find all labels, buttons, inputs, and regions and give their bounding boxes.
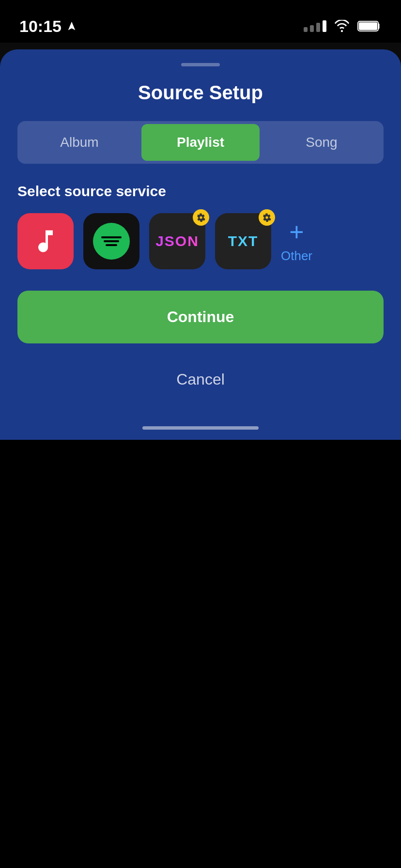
spotify-bar-2 (104, 240, 119, 242)
status-bar: 10:15 (0, 0, 401, 43)
tab-album[interactable]: Album (20, 124, 139, 161)
music-note-icon (31, 227, 60, 256)
other-label: Other (281, 248, 312, 264)
wifi-icon (333, 20, 351, 32)
home-bar (142, 426, 259, 430)
spotify-bars (101, 236, 122, 246)
spotify-bar-3 (106, 244, 117, 246)
json-settings-badge (193, 209, 209, 226)
segmented-control: Album Playlist Song (17, 121, 384, 164)
tab-song[interactable]: Song (262, 124, 381, 161)
service-txt[interactable]: TXT (215, 213, 271, 269)
sheet-title: Source Setup (17, 82, 384, 104)
service-spotify[interactable] (83, 213, 139, 269)
home-indicator (17, 416, 384, 440)
location-icon (66, 21, 77, 31)
spotify-logo (93, 223, 130, 260)
status-time: 10:15 (19, 17, 77, 36)
other-plus-icon: + (289, 219, 304, 245)
service-icons-row: JSON TXT + Other (17, 213, 384, 269)
cancel-button[interactable]: Cancel (17, 353, 384, 406)
svg-rect-1 (359, 22, 377, 30)
bottom-sheet: Source Setup Album Playlist Song Select … (0, 49, 401, 440)
app-background: My Shifts Shift Setup S Setup Source (0, 43, 401, 440)
spotify-bar-1 (101, 236, 122, 238)
section-label: Select source service (17, 183, 384, 200)
service-json[interactable]: JSON (149, 213, 205, 269)
sheet-drag-handle (181, 63, 220, 66)
service-apple-music[interactable] (17, 213, 74, 269)
tab-playlist[interactable]: Playlist (141, 124, 260, 161)
signal-icon (304, 20, 326, 32)
json-label: JSON (155, 233, 199, 249)
status-icons (304, 20, 382, 32)
time-text: 10:15 (19, 17, 62, 36)
continue-button[interactable]: Continue (17, 291, 384, 343)
battery-icon (357, 20, 382, 32)
txt-label: TXT (228, 233, 259, 249)
txt-settings-badge (259, 209, 275, 226)
service-other[interactable]: + Other (281, 219, 312, 264)
